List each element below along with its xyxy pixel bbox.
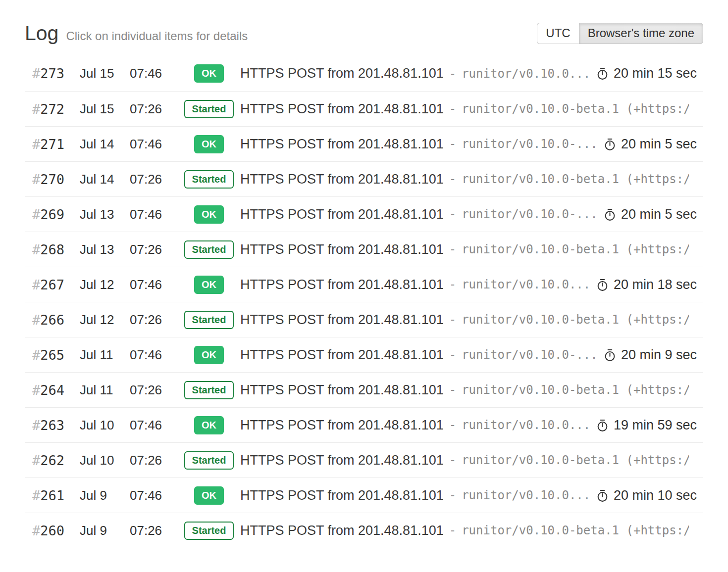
entry-status-cell: Started [178, 100, 240, 118]
log-row[interactable]: #269 Jul 13 07:46 OK HTTPS POST from 201… [25, 196, 703, 232]
agent-text: runitor/v0.10.0-beta.1 (+https:/... [462, 242, 689, 256]
status-badge: OK [194, 135, 224, 153]
log-page: Log Click on individual items for detail… [0, 22, 728, 572]
entry-description: HTTPS POST from 201.48.81.101 - runitor/… [240, 312, 703, 328]
log-row[interactable]: #261 Jul 9 07:46 OK HTTPS POST from 201.… [25, 477, 703, 513]
log-row[interactable]: #267 Jul 12 07:46 OK HTTPS POST from 201… [25, 267, 703, 302]
stopwatch-icon [596, 278, 609, 291]
log-row[interactable]: #266 Jul 12 07:26 Started HTTPS POST fro… [25, 302, 703, 337]
entry-status-cell: Started [178, 381, 240, 399]
status-badge: OK [194, 416, 224, 434]
entry-time: 07:26 [130, 453, 178, 468]
entry-time: 07:26 [130, 312, 178, 328]
log-row[interactable]: #262 Jul 10 07:26 Started HTTPS POST fro… [25, 442, 703, 477]
agent-separator: - [449, 278, 456, 291]
agent-text: runitor/v0.10.0-beta.1 (+https:/... [462, 453, 689, 467]
agent-separator: - [449, 524, 456, 537]
entry-date: Jul 15 [80, 101, 130, 117]
entry-time: 07:26 [130, 523, 178, 538]
entry-id: #266 [25, 312, 80, 328]
entry-date: Jul 14 [80, 172, 130, 187]
entry-id: #268 [25, 242, 80, 257]
stopwatch-icon [596, 67, 609, 80]
duration-text: 20 min 15 sec [614, 66, 697, 81]
stopwatch-icon [596, 419, 609, 432]
entry-id-hash: # [32, 453, 40, 468]
timezone-toggle: UTC Browser's time zone [537, 23, 703, 44]
duration-text: 20 min 5 sec [621, 207, 697, 222]
log-row[interactable]: #270 Jul 14 07:26 Started HTTPS POST fro… [25, 161, 703, 196]
status-badge: OK [194, 64, 224, 83]
entry-status-cell: Started [178, 451, 240, 470]
entry-description: HTTPS POST from 201.48.81.101 - runitor/… [240, 137, 703, 152]
entry-date: Jul 11 [80, 382, 130, 398]
agent-text: runitor/v0.10.0... [462, 418, 588, 432]
entry-description: HTTPS POST from 201.48.81.101 - runitor/… [240, 523, 703, 538]
entry-date: Jul 12 [80, 277, 130, 292]
agent-separator: - [449, 207, 456, 221]
entry-date: Jul 9 [80, 523, 130, 538]
page-title: Log [25, 22, 58, 45]
status-badge: OK [194, 486, 224, 505]
agent-text: runitor/v0.10.0-... [462, 137, 595, 151]
event-text: HTTPS POST from 201.48.81.101 [240, 66, 444, 81]
entry-id-number: 261 [40, 488, 64, 503]
entry-date: Jul 9 [80, 488, 130, 503]
event-text: HTTPS POST from 201.48.81.101 [240, 523, 444, 538]
agent-text: runitor/v0.10.0... [462, 67, 588, 81]
log-row[interactable]: #260 Jul 9 07:26 Started HTTPS POST from… [25, 513, 703, 548]
duration: 20 min 15 sec [596, 66, 697, 81]
entry-time: 07:26 [130, 382, 178, 398]
entry-id: #262 [25, 453, 80, 468]
entry-id-hash: # [32, 242, 40, 257]
log-row[interactable]: #273 Jul 15 07:46 OK HTTPS POST from 201… [25, 56, 703, 91]
stopwatch-icon [603, 138, 617, 151]
entry-id: #269 [25, 207, 80, 222]
log-row[interactable]: #263 Jul 10 07:46 OK HTTPS POST from 201… [25, 407, 703, 442]
status-badge: Started [184, 311, 234, 329]
entry-description: HTTPS POST from 201.48.81.101 - runitor/… [240, 277, 703, 292]
status-badge: Started [184, 100, 234, 118]
status-badge: Started [184, 522, 234, 540]
entry-time: 07:46 [130, 207, 178, 222]
agent-text: runitor/v0.10.0-beta.1 (+https:/... [462, 524, 689, 537]
entry-description: HTTPS POST from 201.48.81.101 - runitor/… [240, 242, 703, 257]
agent-text: runitor/v0.10.0-beta.1 (+https:/... [462, 383, 689, 397]
utc-button[interactable]: UTC [537, 23, 578, 44]
agent-separator: - [449, 172, 456, 186]
log-row[interactable]: #272 Jul 15 07:26 Started HTTPS POST fro… [25, 91, 703, 126]
entry-id-number: 270 [40, 172, 64, 187]
entry-description: HTTPS POST from 201.48.81.101 - runitor/… [240, 488, 703, 503]
entry-date: Jul 15 [80, 66, 130, 81]
log-row[interactable]: #264 Jul 11 07:26 Started HTTPS POST fro… [25, 372, 703, 407]
log-list: #273 Jul 15 07:46 OK HTTPS POST from 201… [25, 56, 703, 548]
entry-description: HTTPS POST from 201.48.81.101 - runitor/… [240, 382, 703, 398]
entry-time: 07:26 [130, 172, 178, 187]
log-row[interactable]: #271 Jul 14 07:46 OK HTTPS POST from 201… [25, 126, 703, 161]
agent-text: runitor/v0.10.0-beta.1 (+https:/... [462, 102, 689, 116]
entry-time: 07:26 [130, 101, 178, 117]
entry-id: #260 [25, 523, 80, 538]
event-text: HTTPS POST from 201.48.81.101 [240, 488, 444, 503]
status-badge: OK [194, 276, 224, 294]
log-row[interactable]: #268 Jul 13 07:26 Started HTTPS POST fro… [25, 232, 703, 267]
duration: 20 min 5 sec [603, 137, 697, 152]
agent-separator: - [449, 383, 456, 397]
stopwatch-icon [603, 208, 617, 221]
event-text: HTTPS POST from 201.48.81.101 [240, 242, 444, 257]
log-row[interactable]: #265 Jul 11 07:46 OK HTTPS POST from 201… [25, 337, 703, 372]
entry-date: Jul 11 [80, 347, 130, 363]
entry-id-number: 271 [40, 137, 64, 152]
entry-id-hash: # [32, 312, 40, 328]
entry-status-cell: OK [178, 135, 240, 153]
agent-text: runitor/v0.10.0-beta.1 (+https:/... [462, 172, 689, 186]
entry-date: Jul 12 [80, 312, 130, 328]
agent-separator: - [449, 348, 456, 362]
entry-description: HTTPS POST from 201.48.81.101 - runitor/… [240, 101, 703, 117]
entry-time: 07:46 [130, 277, 178, 292]
browser-timezone-button[interactable]: Browser's time zone [579, 23, 703, 44]
entry-id-number: 264 [40, 382, 64, 398]
entry-date: Jul 13 [80, 207, 130, 222]
entry-status-cell: OK [178, 64, 240, 83]
entry-status-cell: Started [178, 311, 240, 329]
